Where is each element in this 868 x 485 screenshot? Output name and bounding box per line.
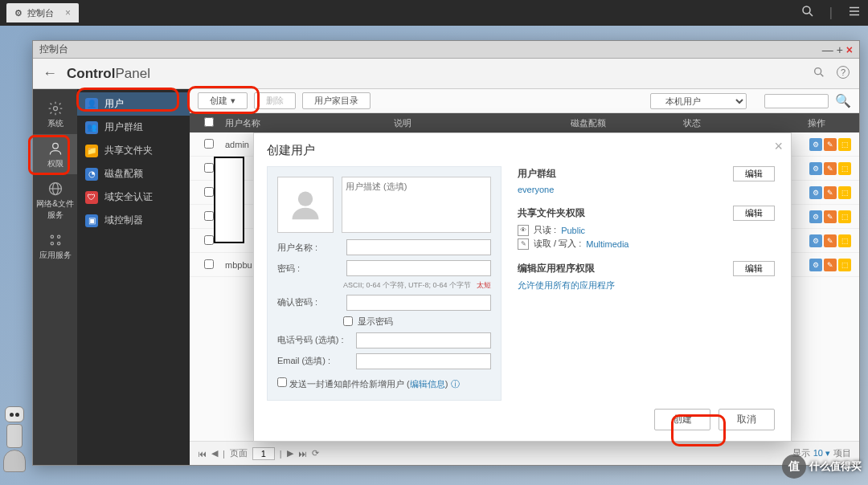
tab-close-icon[interactable]: ×: [65, 7, 71, 18]
confirm-password-input[interactable]: [346, 295, 491, 311]
col-ops: 操作: [773, 117, 859, 129]
action-icon[interactable]: ⚙: [809, 138, 822, 151]
help-icon[interactable]: ?: [837, 66, 850, 79]
header-search-icon[interactable]: [813, 66, 825, 82]
delete-button[interactable]: 删除: [254, 92, 296, 109]
refresh-icon[interactable]: ⟳: [312, 448, 319, 459]
row-checkbox[interactable]: [204, 259, 214, 269]
action-icon[interactable]: ✎: [824, 138, 837, 151]
svg-point-14: [51, 243, 53, 245]
shield-icon: 🛡: [85, 191, 98, 204]
description-input[interactable]: [342, 177, 491, 233]
action-icon[interactable]: ✎: [824, 186, 837, 199]
table-header: 用户名称 说明 磁盘配额 状态 操作: [190, 113, 859, 132]
shares-heading: 共享文件夹权限: [518, 206, 585, 220]
window-maximize-icon[interactable]: +: [837, 43, 843, 56]
readonly-value[interactable]: Public: [561, 226, 585, 235]
modal-cancel-button[interactable]: 取消: [719, 409, 775, 430]
edit-message-link[interactable]: 编辑信息: [410, 379, 445, 389]
row-checkbox[interactable]: [204, 211, 214, 221]
username-input[interactable]: [346, 239, 491, 255]
password-input[interactable]: [346, 260, 491, 276]
subnav-groups[interactable]: 👥用户群组: [77, 116, 190, 139]
menu-lines-icon[interactable]: [847, 4, 862, 22]
sub-nav: 👤用户 👥用户群组 📁共享文件夹 ◔磁盘配额 🛡域安全认证 ▣域控制器: [77, 89, 190, 465]
col-username[interactable]: 用户名称: [219, 117, 387, 129]
group-icon: 👥: [85, 121, 98, 134]
subnav-domain-ctrl[interactable]: ▣域控制器: [77, 209, 190, 232]
action-icon[interactable]: ✎: [824, 234, 837, 247]
email-input[interactable]: [356, 353, 491, 369]
group-value[interactable]: everyone: [518, 185, 775, 194]
row-checkbox[interactable]: [204, 163, 214, 173]
action-icon[interactable]: ⬚: [838, 186, 851, 199]
edit-groups-button[interactable]: 编辑: [733, 166, 775, 181]
browser-tab[interactable]: ⚙ 控制台 ×: [6, 3, 79, 22]
subnav-domain-auth[interactable]: 🛡域安全认证: [77, 185, 190, 209]
globe-icon: [47, 181, 63, 197]
window-titlebar[interactable]: 控制台 — + ×: [33, 41, 859, 59]
subnav-quota[interactable]: ◔磁盘配额: [77, 162, 190, 185]
select-all-checkbox[interactable]: [204, 117, 214, 127]
os-topbar: ⚙ 控制台 × |: [0, 0, 868, 26]
action-icon[interactable]: ⚙: [809, 234, 822, 247]
search-icon[interactable]: [800, 4, 815, 22]
action-icon[interactable]: ⬚: [838, 162, 851, 175]
action-icon[interactable]: ⚙: [809, 162, 822, 175]
action-icon[interactable]: ✎: [824, 210, 837, 223]
watermark: 值 什么值得买: [782, 454, 862, 479]
watermark-logo: 值: [782, 454, 806, 479]
action-icon[interactable]: ⬚: [838, 234, 851, 247]
row-checkbox[interactable]: [204, 235, 214, 245]
action-icon[interactable]: ⚙: [809, 210, 822, 223]
col-desc[interactable]: 说明: [387, 117, 564, 129]
gear-icon: [47, 100, 63, 116]
action-icon[interactable]: ⬚: [838, 210, 851, 223]
row-checkbox[interactable]: [204, 187, 214, 197]
first-page-icon[interactable]: ⏮: [198, 449, 207, 459]
col-status[interactable]: 状态: [677, 117, 773, 129]
subnav-users[interactable]: 👤用户: [77, 92, 190, 116]
action-icon[interactable]: ⬚: [838, 259, 851, 271]
window-minimize-icon[interactable]: —: [822, 43, 833, 56]
search-input[interactable]: [764, 94, 829, 108]
action-icon[interactable]: ⚙: [809, 186, 822, 199]
create-button[interactable]: 创建 ▾: [198, 92, 248, 109]
svg-line-1: [809, 13, 813, 16]
phone-input[interactable]: [356, 332, 491, 348]
last-page-icon[interactable]: ⏭: [298, 449, 307, 459]
prev-page-icon[interactable]: ◀: [211, 448, 218, 459]
svg-point-0: [803, 6, 810, 14]
page-input[interactable]: [252, 447, 275, 460]
search-icon[interactable]: 🔍: [835, 93, 851, 108]
col-quota[interactable]: 磁盘配额: [564, 117, 677, 129]
modal-create-button[interactable]: 创建: [654, 409, 710, 430]
nav-permissions[interactable]: 权限: [33, 134, 77, 174]
readwrite-value[interactable]: Multimedia: [586, 239, 628, 249]
nav-system[interactable]: 系统: [33, 94, 77, 134]
edit-shares-button[interactable]: 编辑: [733, 206, 775, 221]
user-scope-select[interactable]: 本机用户: [650, 93, 747, 109]
modal-close-icon[interactable]: ×: [774, 138, 783, 155]
show-password-checkbox[interactable]: [343, 316, 353, 326]
subnav-shares[interactable]: 📁共享文件夹: [77, 139, 190, 162]
notify-checkbox[interactable]: [277, 377, 287, 387]
next-page-icon[interactable]: ▶: [287, 448, 293, 459]
home-button[interactable]: 用户家目录: [302, 92, 371, 109]
back-arrow-icon[interactable]: ←: [43, 65, 57, 82]
nav-network[interactable]: 网络&文件服务: [33, 174, 77, 226]
window-close-icon[interactable]: ×: [846, 43, 853, 56]
action-icon[interactable]: ⚙: [809, 259, 822, 271]
action-icon[interactable]: ⬚: [838, 138, 851, 151]
svg-point-8: [52, 143, 58, 149]
info-icon[interactable]: ⓘ: [451, 379, 460, 389]
app-perm-value[interactable]: 允许使用所有的应用程序: [518, 279, 775, 291]
edit-app-perm-button[interactable]: 编辑: [733, 261, 775, 276]
avatar-placeholder[interactable]: [277, 177, 334, 233]
nav-apps[interactable]: 应用服务: [33, 226, 77, 266]
row-checkbox[interactable]: [204, 139, 214, 149]
caret-down-icon: ▾: [231, 96, 235, 106]
action-icon[interactable]: ✎: [824, 259, 837, 271]
window-title: 控制台: [39, 43, 68, 56]
action-icon[interactable]: ✎: [824, 162, 837, 175]
